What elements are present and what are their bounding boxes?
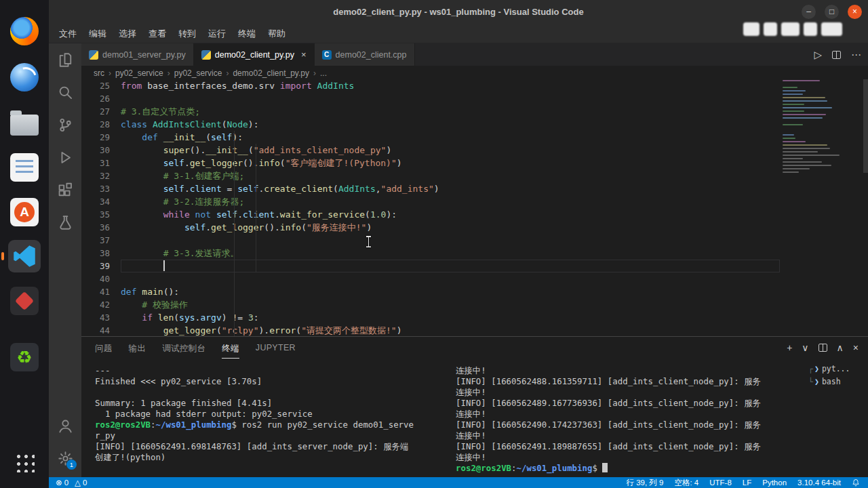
breadcrumb-separator: › — [226, 68, 229, 78]
terminal-label: bash — [822, 375, 841, 388]
app-store-icon[interactable]: A — [8, 196, 41, 228]
code-line-40: 40 — [81, 272, 868, 285]
close-tab-icon[interactable]: × — [301, 49, 307, 60]
panel-tab-jupyter[interactable]: JUPYTER — [256, 343, 296, 359]
notifications-bell-icon[interactable] — [852, 479, 860, 487]
terminal-line — [95, 387, 442, 398]
terminal-line: 连接中! — [456, 452, 800, 463]
line-number: 39 — [81, 260, 121, 272]
panel-tab-terminal[interactable]: 终端 — [222, 343, 239, 359]
panel-tab-problems[interactable]: 问题 — [95, 343, 113, 359]
code-text — [121, 260, 780, 272]
close-button[interactable]: × — [848, 5, 862, 19]
breadcrumb-item[interactable]: py02_service — [115, 68, 163, 78]
terminal-pane-right[interactable]: 连接中![INFO] [1660562488.161359711] [add_i… — [456, 365, 800, 478]
breadcrumb-item[interactable]: ... — [320, 68, 327, 78]
breadcrumb-item[interactable]: src — [94, 68, 104, 78]
terminal-line: --- — [95, 365, 442, 376]
red-app-icon[interactable] — [8, 285, 41, 317]
window-controls: –□× — [802, 5, 862, 19]
split-editor-button[interactable] — [832, 51, 841, 59]
breadcrumb-item[interactable]: py02_service — [174, 68, 222, 78]
explorer-icon[interactable] — [49, 43, 81, 76]
maximize-button[interactable]: □ — [825, 5, 839, 19]
tab-demo01_server_py.py[interactable]: demo01_server_py.py — [81, 43, 194, 66]
more-actions-button[interactable]: ⋯ — [851, 49, 861, 61]
terminal-pane-left[interactable]: ---Finished <<< py02_service [3.70s]Summ… — [95, 365, 442, 475]
line-number: 33 — [81, 182, 121, 195]
new-terminal-icon[interactable]: + — [787, 342, 792, 353]
line-number: 32 — [81, 169, 121, 182]
indent-guide — [256, 144, 256, 272]
tab-label: demo02_client_py.py — [215, 50, 294, 60]
menu-go[interactable]: 转到 — [172, 24, 202, 43]
code-line-35: 35 while not self.client.wait_for_servic… — [81, 208, 868, 221]
terminal-profile-icon[interactable]: ∨ — [802, 342, 808, 353]
panel-tab-debug-console[interactable]: 调试控制台 — [162, 343, 205, 359]
menu-terminal[interactable]: 终端 — [232, 24, 262, 43]
breadcrumb-item[interactable]: demo02_client_py.py — [233, 68, 309, 78]
line-number: 42 — [81, 298, 121, 311]
editor-scrollbar[interactable] — [863, 79, 868, 173]
status-bar: ⊗0△0 行 39, 列 9空格: 4UTF-8LFPython3.10.4 6… — [49, 477, 868, 488]
tab-demo02_client_py.py[interactable]: demo02_client_py.py× — [194, 43, 315, 66]
text-editor-icon[interactable] — [8, 151, 41, 184]
terminal-item-python[interactable]: ┌❯pyt... — [808, 363, 864, 375]
status-item-4[interactable]: Python — [762, 479, 787, 487]
warnings-status[interactable]: △0 — [75, 478, 87, 487]
menu-edit[interactable]: 编辑 — [83, 24, 113, 43]
code-line-34: 34 # 3-2.连接服务器; — [81, 195, 868, 208]
code-text: class AddIntsClient(Node): — [121, 118, 780, 131]
terminal-cursor — [602, 463, 608, 472]
breadcrumb[interactable]: src›py02_service›py02_service›demo02_cli… — [81, 66, 868, 80]
firefox-icon[interactable] — [8, 15, 41, 47]
maximize-panel-icon[interactable]: ∧ — [837, 342, 844, 353]
status-item-3[interactable]: LF — [743, 479, 751, 487]
errors-status[interactable]: ⊗0 — [56, 478, 68, 487]
account-icon[interactable] — [49, 409, 81, 442]
panel-tab-output[interactable]: 输出 — [129, 343, 146, 359]
terminal-item-bash[interactable]: └❯bash — [808, 375, 864, 388]
terminal-line: 创建了!(python) — [95, 452, 442, 463]
tab-demo02_client.cpp[interactable]: Cdemo02_client.cpp — [315, 43, 415, 66]
code-text — [121, 272, 780, 285]
menu-view[interactable]: 查看 — [142, 24, 172, 43]
show-apps-icon[interactable] — [8, 446, 41, 479]
split-tree-glyph: ┌ — [808, 363, 813, 375]
titlebar[interactable]: demo02_client_py.py - ws01_plumbing - Vi… — [49, 0, 868, 24]
green-app-icon[interactable]: ♻ — [8, 341, 41, 373]
code-editor[interactable]: 25from base_interfaces_demo.srv import A… — [81, 79, 868, 337]
globe-app-icon[interactable] — [8, 61, 41, 94]
minimize-button[interactable]: – — [802, 5, 816, 19]
menu-file[interactable]: 文件 — [53, 24, 83, 43]
testing-icon[interactable] — [49, 206, 81, 239]
run-debug-icon[interactable] — [49, 141, 81, 174]
search-icon[interactable] — [49, 76, 81, 108]
status-item-5[interactable]: 3.10.4 64-bit — [797, 479, 841, 487]
close-panel-icon[interactable]: × — [853, 342, 859, 353]
video-watermark — [743, 22, 842, 36]
activity-bar: 1 — [49, 43, 81, 477]
source-control-icon[interactable] — [49, 108, 81, 141]
tab-label: demo01_server_py.py — [102, 50, 186, 60]
files-icon[interactable] — [8, 106, 41, 138]
minimap[interactable] — [783, 79, 863, 175]
menu-run[interactable]: 运行 — [202, 24, 232, 43]
menu-help[interactable]: 帮助 — [262, 24, 292, 43]
status-item-2[interactable]: UTF-8 — [709, 479, 732, 487]
run-button[interactable]: ▷ — [814, 49, 822, 61]
code-text: # 3-2.连接服务器; — [121, 195, 780, 208]
code-text: self.client = self.create_client(AddInts… — [121, 182, 780, 195]
code-text: # 3.自定义节点类; — [121, 105, 780, 118]
split-terminal-icon[interactable] — [818, 344, 827, 352]
status-item-1[interactable]: 空格: 4 — [674, 478, 698, 488]
line-number: 44 — [81, 324, 121, 337]
warnings-icon: △ — [75, 478, 81, 487]
settings-icon[interactable]: 1 — [49, 442, 81, 474]
vscode-icon[interactable] — [8, 240, 41, 272]
status-item-0[interactable]: 行 39, 列 9 — [626, 478, 663, 488]
menu-selection[interactable]: 选择 — [113, 24, 142, 43]
line-number: 34 — [81, 195, 121, 208]
code-line-28: 28class AddIntsClient(Node): — [81, 118, 868, 131]
extensions-icon[interactable] — [49, 174, 81, 206]
